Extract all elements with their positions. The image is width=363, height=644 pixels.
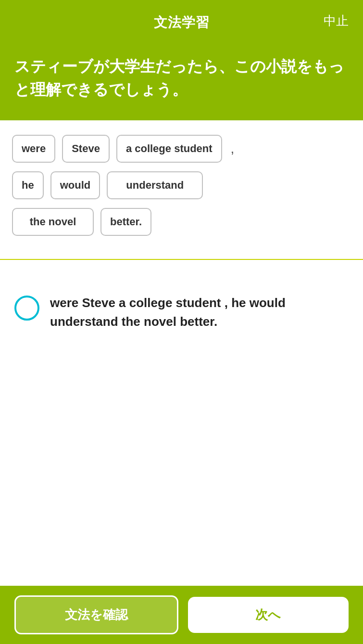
japanese-sentence: スティーブが大学生だったら、この小説をもっと理解できるでしょう。 (14, 55, 349, 101)
tiles-row-2: he would understand (12, 171, 351, 199)
tile-college-student[interactable]: a college student (116, 135, 222, 163)
tile-the-novel[interactable]: the novel (12, 208, 94, 236)
page-title: 文法学習 (154, 13, 210, 32)
tile-better[interactable]: better. (100, 208, 151, 236)
cancel-button[interactable]: 中止 (324, 13, 349, 29)
tile-comma: , (229, 141, 237, 156)
tile-were[interactable]: were (12, 135, 55, 163)
answer-sentence: were Steve a college student , he would … (50, 294, 349, 331)
japanese-area: スティーブが大学生だったら、この小説をもっと理解できるでしょう。 (0, 41, 363, 120)
tile-understand[interactable]: understand (107, 171, 203, 199)
tiles-row-3: the novel better. (12, 208, 351, 236)
next-button[interactable]: 次へ (188, 597, 349, 633)
tiles-area: were Steve a college student , he would … (0, 120, 363, 260)
tile-he[interactable]: he (12, 171, 44, 199)
tile-steve[interactable]: Steve (62, 135, 110, 163)
bottom-bar: 文法を確認 次へ (0, 586, 363, 644)
grammar-button[interactable]: 文法を確認 (14, 595, 178, 634)
tiles-row-1: were Steve a college student , (12, 135, 351, 163)
answer-radio[interactable] (14, 296, 39, 321)
header: 文法学習 中止 (0, 0, 363, 41)
answer-row: were Steve a college student , he would … (14, 294, 349, 331)
tile-would[interactable]: would (50, 171, 100, 199)
answer-area: were Steve a college student , he would … (0, 260, 363, 586)
